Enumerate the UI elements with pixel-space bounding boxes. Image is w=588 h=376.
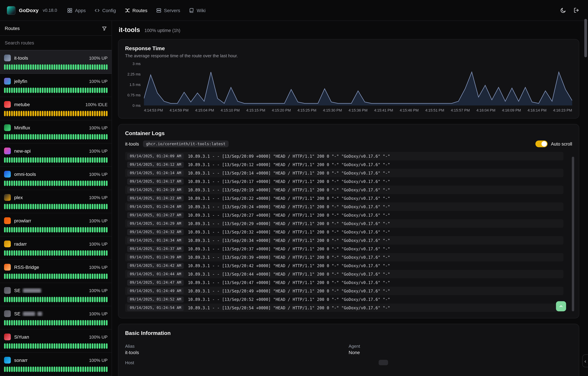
x-axis-label: 4:15:51 PM bbox=[425, 108, 444, 112]
uptime-bar bbox=[6, 64, 8, 70]
log-list[interactable]: 09/14/2025, 01:24:09 AM10.89.3.1 - - [13… bbox=[125, 152, 563, 312]
route-item-plex[interactable]: plex100% UP bbox=[0, 190, 112, 213]
page-scrollbar-thumb[interactable] bbox=[584, 19, 587, 57]
response-chart-svg bbox=[144, 64, 572, 105]
log-message: 10.89.3.1 - - [13/Sep/20:24 +0000] "HEAD… bbox=[188, 204, 390, 209]
log-row: 09/14/2025, 01:24:37 AM10.89.3.1 - - [13… bbox=[125, 245, 563, 253]
uptime-bar bbox=[101, 181, 103, 186]
uptime-bar bbox=[28, 204, 29, 209]
uptime-bar bbox=[35, 157, 36, 163]
uptime-bar bbox=[103, 274, 105, 279]
uptime-bar bbox=[61, 250, 63, 256]
uptime-bar bbox=[73, 111, 74, 116]
log-scrollbar[interactable] bbox=[572, 157, 574, 311]
route-item-siyuan[interactable]: SiYuan100% UP bbox=[0, 330, 112, 353]
uptime-bar bbox=[77, 157, 79, 163]
route-icon bbox=[125, 8, 130, 13]
route-row: SE100% UP bbox=[4, 310, 107, 317]
uptime-bar bbox=[49, 134, 51, 139]
uptime-bar bbox=[77, 88, 79, 93]
nav-item-wiki[interactable]: Wiki bbox=[189, 8, 206, 13]
route-item-new-api[interactable]: new-api100% UP bbox=[0, 144, 112, 167]
log-timestamp: 09/14/2025, 01:24:52 AM bbox=[127, 296, 184, 302]
uptime-bar bbox=[23, 134, 25, 139]
uptime-bar bbox=[75, 204, 77, 209]
uptime-bar bbox=[82, 64, 84, 70]
uptime-bar bbox=[106, 366, 107, 372]
route-name-text: metube bbox=[14, 102, 30, 107]
filter-button[interactable] bbox=[102, 26, 107, 31]
uptime-bar bbox=[70, 88, 72, 93]
search-input[interactable] bbox=[0, 35, 112, 50]
uptime-bar bbox=[87, 88, 88, 93]
uptime-bar bbox=[56, 366, 58, 372]
route-name: metube bbox=[14, 102, 82, 107]
logout-button[interactable] bbox=[574, 7, 579, 13]
log-row: 09/14/2025, 01:24:39 AM10.89.3.1 - - [13… bbox=[125, 253, 563, 261]
nav-item-apps[interactable]: Apps bbox=[67, 8, 86, 13]
uptime-bar bbox=[82, 343, 84, 349]
uptime-bar bbox=[13, 64, 15, 70]
uptime-bars bbox=[4, 297, 107, 302]
route-item-it-tools[interactable]: it-tools100% UP bbox=[0, 50, 112, 74]
route-item-miniflux[interactable]: Miniflux100% UP bbox=[0, 120, 112, 144]
route-item-jellyfin[interactable]: jellyfin100% UP bbox=[0, 74, 112, 97]
sidebar-collapse-tab[interactable]: ‹ bbox=[582, 355, 588, 367]
theme-toggle-button[interactable] bbox=[560, 7, 566, 13]
uptime-bar bbox=[77, 204, 79, 209]
y-axis-label: 2.25 ms bbox=[128, 72, 141, 76]
uptime-bar bbox=[49, 274, 51, 279]
uptime-bar bbox=[73, 134, 74, 139]
route-item-omni-tools[interactable]: omni-tools100% UP bbox=[0, 167, 112, 190]
route-name: radarr bbox=[14, 241, 86, 247]
uptime-bar bbox=[101, 320, 103, 325]
route-item-prowlarr[interactable]: prowlarr100% UP bbox=[0, 213, 112, 237]
info-field-alias: Aliasit-tools bbox=[125, 344, 349, 355]
uptime-bar bbox=[56, 157, 58, 163]
nav-item-servers[interactable]: Servers bbox=[156, 8, 180, 13]
log-message: 10.89.3.1 - - [13/Sep/20:34 +0000] "HEAD… bbox=[188, 238, 390, 243]
scroll-to-top-button[interactable] bbox=[556, 301, 566, 311]
uptime-bar bbox=[65, 64, 67, 70]
uptime-bar bbox=[77, 111, 79, 116]
uptime-bar bbox=[99, 366, 100, 372]
uptime-bar bbox=[58, 250, 60, 256]
route-item-se[interactable]: SE100% UP bbox=[0, 306, 112, 330]
jellyfin-app-icon bbox=[4, 78, 11, 84]
uptime-bar bbox=[25, 111, 27, 116]
uptime-bar bbox=[92, 274, 93, 279]
nav-item-config[interactable]: Config bbox=[95, 8, 116, 13]
uptime-bar bbox=[96, 250, 98, 256]
uptime-bar bbox=[42, 88, 44, 93]
page-scrollbar[interactable] bbox=[583, 0, 588, 376]
route-item-se[interactable]: SE100% UP bbox=[0, 283, 112, 306]
auto-scroll-toggle[interactable] bbox=[535, 140, 547, 147]
uptime-bar bbox=[70, 274, 72, 279]
uptime-bar bbox=[63, 181, 65, 186]
uptime-bar bbox=[85, 157, 86, 163]
nav-item-routes[interactable]: Routes bbox=[125, 8, 148, 13]
route-status-badge: 100% UP bbox=[89, 55, 107, 61]
uptime-bar bbox=[92, 88, 93, 93]
godoxy-app: GoDoxy v0.18.0 AppsConfigRoutesServersWi… bbox=[0, 0, 588, 376]
uptime-bar bbox=[35, 250, 36, 256]
log-message: 10.89.3.1 - - [13/Sep/20:42 +0000] "HEAD… bbox=[188, 263, 390, 268]
route-item-sonarr[interactable]: sonarr100% UP bbox=[0, 353, 112, 376]
route-item-rss-bridge[interactable]: RSS-Bridge100% UP bbox=[0, 260, 112, 283]
route-item-radarr[interactable]: radarr100% UP bbox=[0, 237, 112, 260]
uptime-bar bbox=[39, 343, 41, 349]
uptime-bar bbox=[61, 134, 63, 139]
uptime-bar bbox=[6, 320, 8, 325]
route-name: Miniflux bbox=[14, 125, 86, 130]
uptime-bar bbox=[101, 250, 103, 256]
uptime-bar bbox=[21, 320, 22, 325]
uptime-bar bbox=[54, 88, 55, 93]
uptime-bar bbox=[37, 366, 39, 372]
route-item-metube[interactable]: metube100% IDLE bbox=[0, 97, 112, 120]
uptime-bar bbox=[11, 320, 13, 325]
uptime-bar bbox=[73, 343, 74, 349]
uptime-bar bbox=[63, 320, 65, 325]
uptime-bar bbox=[70, 297, 72, 302]
uptime-bar bbox=[94, 204, 96, 209]
uptime-bar bbox=[65, 111, 67, 116]
